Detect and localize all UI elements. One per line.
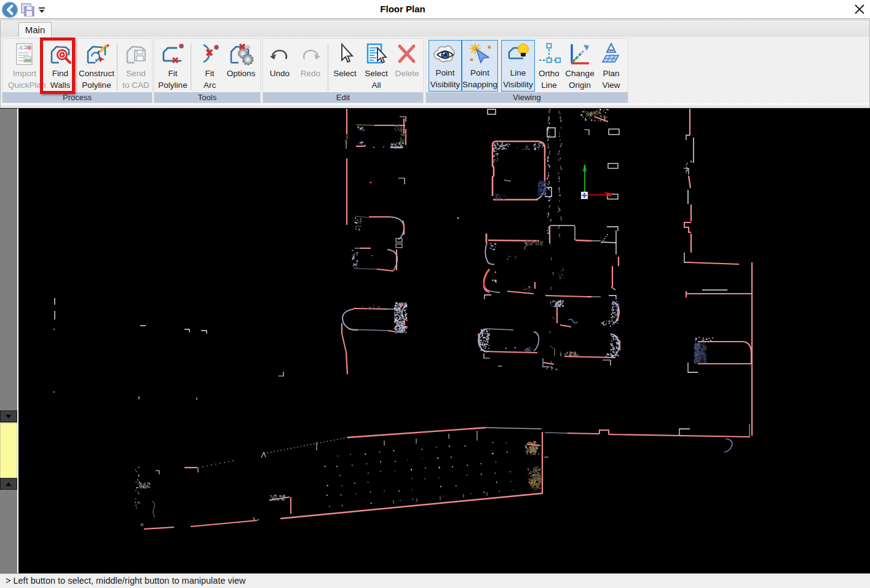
svg-text:A: A	[18, 44, 23, 51]
